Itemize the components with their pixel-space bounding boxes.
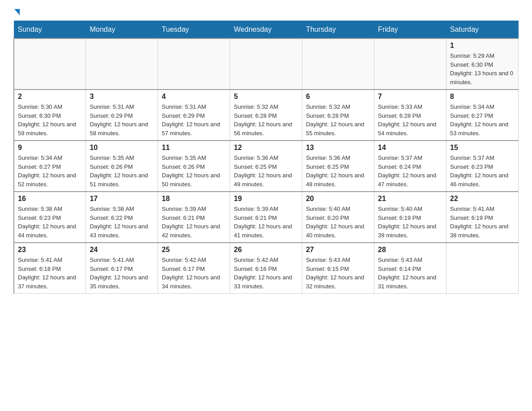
calendar-cell	[446, 243, 519, 294]
day-info: Sunrise: 5:42 AM Sunset: 6:17 PM Dayligh…	[162, 256, 226, 291]
day-number: 1	[450, 42, 515, 50]
calendar-cell: 11Sunrise: 5:35 AM Sunset: 6:26 PM Dayli…	[158, 141, 230, 192]
day-header-thursday: Thursday	[302, 21, 374, 39]
calendar-cell	[158, 39, 230, 90]
calendar-cell: 25Sunrise: 5:42 AM Sunset: 6:17 PM Dayli…	[158, 243, 230, 294]
day-number: 19	[234, 195, 298, 203]
calendar-cell: 19Sunrise: 5:39 AM Sunset: 6:21 PM Dayli…	[230, 192, 302, 243]
day-info: Sunrise: 5:40 AM Sunset: 6:20 PM Dayligh…	[306, 205, 370, 240]
calendar-cell	[14, 39, 86, 90]
calendar-week-row: 9Sunrise: 5:34 AM Sunset: 6:27 PM Daylig…	[14, 141, 519, 192]
day-info: Sunrise: 5:35 AM Sunset: 6:26 PM Dayligh…	[90, 154, 154, 188]
day-number: 8	[450, 93, 515, 101]
day-info: Sunrise: 5:36 AM Sunset: 6:25 PM Dayligh…	[306, 154, 370, 188]
calendar-week-row: 23Sunrise: 5:41 AM Sunset: 6:18 PM Dayli…	[14, 243, 519, 294]
day-number: 16	[18, 195, 82, 203]
day-number: 26	[234, 246, 298, 254]
day-header-sunday: Sunday	[14, 21, 86, 39]
calendar-cell: 24Sunrise: 5:41 AM Sunset: 6:17 PM Dayli…	[86, 243, 158, 294]
calendar-cell	[302, 39, 374, 90]
day-header-friday: Friday	[374, 21, 446, 39]
calendar-cell: 27Sunrise: 5:43 AM Sunset: 6:15 PM Dayli…	[302, 243, 374, 294]
day-info: Sunrise: 5:33 AM Sunset: 6:28 PM Dayligh…	[378, 103, 442, 137]
day-number: 12	[234, 144, 298, 152]
day-info: Sunrise: 5:43 AM Sunset: 6:14 PM Dayligh…	[378, 256, 442, 291]
calendar-cell: 7Sunrise: 5:33 AM Sunset: 6:28 PM Daylig…	[374, 90, 446, 141]
calendar-cell: 22Sunrise: 5:41 AM Sunset: 6:19 PM Dayli…	[446, 192, 519, 243]
day-number: 5	[234, 93, 298, 101]
calendar-cell: 6Sunrise: 5:32 AM Sunset: 6:28 PM Daylig…	[302, 90, 374, 141]
calendar-header-row: SundayMondayTuesdayWednesdayThursdayFrid…	[14, 21, 519, 39]
calendar-cell: 8Sunrise: 5:34 AM Sunset: 6:27 PM Daylig…	[446, 90, 519, 141]
calendar-cell: 10Sunrise: 5:35 AM Sunset: 6:26 PM Dayli…	[86, 141, 158, 192]
day-info: Sunrise: 5:42 AM Sunset: 6:16 PM Dayligh…	[234, 256, 298, 291]
day-info: Sunrise: 5:34 AM Sunset: 6:27 PM Dayligh…	[450, 103, 515, 137]
logo	[13, 9, 20, 16]
day-info: Sunrise: 5:31 AM Sunset: 6:29 PM Dayligh…	[90, 103, 154, 137]
day-number: 18	[162, 195, 226, 203]
day-info: Sunrise: 5:37 AM Sunset: 6:24 PM Dayligh…	[378, 154, 442, 188]
day-info: Sunrise: 5:37 AM Sunset: 6:23 PM Dayligh…	[450, 154, 515, 188]
calendar-cell: 14Sunrise: 5:37 AM Sunset: 6:24 PM Dayli…	[374, 141, 446, 192]
day-number: 10	[90, 144, 154, 152]
calendar-cell: 4Sunrise: 5:31 AM Sunset: 6:29 PM Daylig…	[158, 90, 230, 141]
calendar-cell: 2Sunrise: 5:30 AM Sunset: 6:30 PM Daylig…	[14, 90, 86, 141]
day-info: Sunrise: 5:40 AM Sunset: 6:19 PM Dayligh…	[378, 205, 442, 240]
day-number: 22	[450, 195, 515, 203]
calendar-week-row: 16Sunrise: 5:38 AM Sunset: 6:23 PM Dayli…	[14, 192, 519, 243]
calendar-cell	[86, 39, 158, 90]
calendar-cell: 17Sunrise: 5:38 AM Sunset: 6:22 PM Dayli…	[86, 192, 158, 243]
calendar-cell: 3Sunrise: 5:31 AM Sunset: 6:29 PM Daylig…	[86, 90, 158, 141]
day-number: 24	[90, 246, 154, 254]
page-header	[13, 9, 519, 16]
day-number: 27	[306, 246, 370, 254]
calendar-cell: 12Sunrise: 5:36 AM Sunset: 6:25 PM Dayli…	[230, 141, 302, 192]
calendar-cell: 28Sunrise: 5:43 AM Sunset: 6:14 PM Dayli…	[374, 243, 446, 294]
day-number: 21	[378, 195, 442, 203]
calendar-cell: 18Sunrise: 5:39 AM Sunset: 6:21 PM Dayli…	[158, 192, 230, 243]
calendar-cell: 13Sunrise: 5:36 AM Sunset: 6:25 PM Dayli…	[302, 141, 374, 192]
day-info: Sunrise: 5:41 AM Sunset: 6:18 PM Dayligh…	[18, 256, 82, 291]
calendar-cell: 20Sunrise: 5:40 AM Sunset: 6:20 PM Dayli…	[302, 192, 374, 243]
day-info: Sunrise: 5:29 AM Sunset: 6:30 PM Dayligh…	[450, 51, 515, 86]
day-number: 23	[18, 246, 82, 254]
day-header-tuesday: Tuesday	[158, 21, 230, 39]
calendar-cell: 23Sunrise: 5:41 AM Sunset: 6:18 PM Dayli…	[14, 243, 86, 294]
calendar-week-row: 1Sunrise: 5:29 AM Sunset: 6:30 PM Daylig…	[14, 39, 519, 90]
day-number: 3	[90, 93, 154, 101]
day-number: 4	[162, 93, 226, 101]
day-number: 20	[306, 195, 370, 203]
day-number: 14	[378, 144, 442, 152]
day-info: Sunrise: 5:41 AM Sunset: 6:19 PM Dayligh…	[450, 205, 515, 240]
day-number: 7	[378, 93, 442, 101]
day-info: Sunrise: 5:43 AM Sunset: 6:15 PM Dayligh…	[306, 256, 370, 291]
calendar-cell: 15Sunrise: 5:37 AM Sunset: 6:23 PM Dayli…	[446, 141, 519, 192]
day-info: Sunrise: 5:32 AM Sunset: 6:28 PM Dayligh…	[234, 103, 298, 137]
day-info: Sunrise: 5:30 AM Sunset: 6:30 PM Dayligh…	[18, 103, 82, 137]
day-info: Sunrise: 5:39 AM Sunset: 6:21 PM Dayligh…	[162, 205, 226, 240]
day-info: Sunrise: 5:41 AM Sunset: 6:17 PM Dayligh…	[90, 256, 154, 291]
logo-arrow-icon	[14, 9, 20, 15]
day-info: Sunrise: 5:38 AM Sunset: 6:22 PM Dayligh…	[90, 205, 154, 240]
day-header-monday: Monday	[86, 21, 158, 39]
calendar-cell: 21Sunrise: 5:40 AM Sunset: 6:19 PM Dayli…	[374, 192, 446, 243]
day-number: 25	[162, 246, 226, 254]
calendar-cell	[230, 39, 302, 90]
day-number: 2	[18, 93, 82, 101]
calendar-cell	[374, 39, 446, 90]
calendar-week-row: 2Sunrise: 5:30 AM Sunset: 6:30 PM Daylig…	[14, 90, 519, 141]
calendar-cell: 5Sunrise: 5:32 AM Sunset: 6:28 PM Daylig…	[230, 90, 302, 141]
day-number: 9	[18, 144, 82, 152]
calendar-table: SundayMondayTuesdayWednesdayThursdayFrid…	[13, 21, 519, 294]
day-info: Sunrise: 5:39 AM Sunset: 6:21 PM Dayligh…	[234, 205, 298, 240]
day-number: 13	[306, 144, 370, 152]
calendar-cell: 9Sunrise: 5:34 AM Sunset: 6:27 PM Daylig…	[14, 141, 86, 192]
day-info: Sunrise: 5:31 AM Sunset: 6:29 PM Dayligh…	[162, 103, 226, 137]
day-number: 17	[90, 195, 154, 203]
day-number: 11	[162, 144, 226, 152]
day-info: Sunrise: 5:32 AM Sunset: 6:28 PM Dayligh…	[306, 103, 370, 137]
day-info: Sunrise: 5:34 AM Sunset: 6:27 PM Dayligh…	[18, 154, 82, 188]
calendar-cell: 26Sunrise: 5:42 AM Sunset: 6:16 PM Dayli…	[230, 243, 302, 294]
calendar-cell: 16Sunrise: 5:38 AM Sunset: 6:23 PM Dayli…	[14, 192, 86, 243]
day-info: Sunrise: 5:35 AM Sunset: 6:26 PM Dayligh…	[162, 154, 226, 188]
